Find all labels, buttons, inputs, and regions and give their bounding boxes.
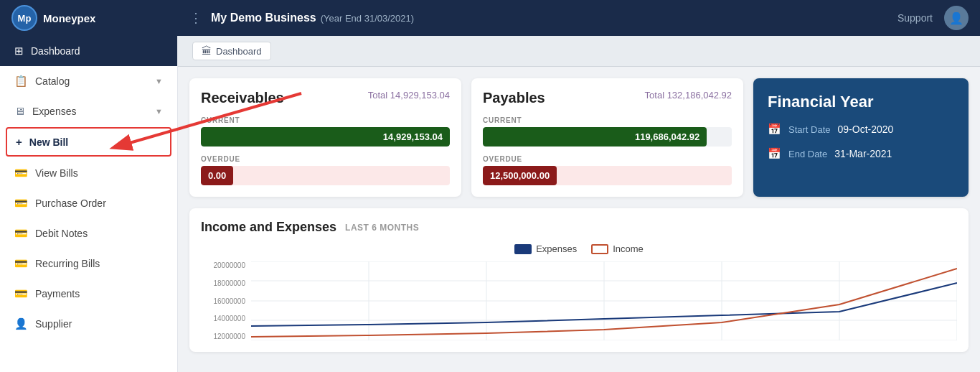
receivables-current-label: CURRENT bbox=[201, 116, 450, 124]
plus-icon: + bbox=[16, 136, 22, 148]
income-expenses-section: Income and Expenses LAST 6 MONTHS Expens… bbox=[189, 208, 969, 352]
payables-card: Payables Total 132,186,042.92 CURRENT 11… bbox=[471, 78, 743, 197]
main-layout: ⊞ Dashboard 📋 Catalog ▼ 🖥 Expenses ▼ + N… bbox=[0, 36, 980, 372]
income-header: Income and Expenses LAST 6 MONTHS bbox=[201, 220, 957, 235]
sidebar-label-supplier: Supplier bbox=[35, 318, 72, 330]
income-legend-label: Income bbox=[613, 243, 644, 254]
sidebar-item-debit-notes[interactable]: 💳 Debit Notes bbox=[0, 218, 177, 248]
sidebar-label-new-bill: New Bill bbox=[29, 136, 68, 148]
receivables-overdue-value: 0.00 bbox=[201, 166, 233, 185]
chevron-down-icon: ▼ bbox=[155, 77, 163, 85]
sidebar-item-catalog[interactable]: 📋 Catalog ▼ bbox=[0, 66, 177, 96]
chart-legend: Expenses Income bbox=[201, 243, 957, 254]
receivables-overdue-label: OVERDUE bbox=[201, 155, 450, 163]
sidebar-item-recurring-bills[interactable]: 💳 Recurring Bills bbox=[0, 248, 177, 279]
sidebar-item-new-bill[interactable]: + New Bill bbox=[6, 127, 171, 157]
expenses-legend-label: Expenses bbox=[536, 243, 577, 254]
support-link[interactable]: Support bbox=[897, 12, 933, 24]
sidebar-label-payments: Payments bbox=[35, 288, 80, 299]
payables-overdue-bar: 12,500,000.00 bbox=[483, 166, 732, 185]
payables-total: Total 132,186,042.92 bbox=[645, 90, 732, 101]
y-label-1: 20000000 bbox=[201, 261, 245, 269]
sidebar-label-recurring-bills: Recurring Bills bbox=[35, 258, 100, 269]
receivables-current-bar: 14,929,153.04 bbox=[201, 127, 450, 147]
debit-notes-icon: 💳 bbox=[14, 227, 28, 240]
logo-text: Moneypex bbox=[43, 12, 95, 24]
y-label-3: 16000000 bbox=[201, 297, 245, 305]
view-bills-icon: 💳 bbox=[14, 167, 28, 180]
receivables-total: Total 14,929,153.04 bbox=[368, 90, 450, 101]
financial-end-value: 31-Mar-2021 bbox=[834, 148, 892, 159]
sidebar-item-expenses[interactable]: 🖥 Expenses ▼ bbox=[0, 96, 177, 126]
receivables-title: Receivables bbox=[201, 90, 284, 106]
breadcrumb[interactable]: 🏛 Dashboard bbox=[192, 42, 271, 60]
financial-year-card: Financial Year 📅 Start Date 09-Oct-2020 … bbox=[753, 78, 969, 197]
sidebar-item-payments[interactable]: 💳 Payments bbox=[0, 279, 177, 309]
y-label-2: 18000000 bbox=[201, 279, 245, 287]
payments-icon: 💳 bbox=[14, 287, 28, 300]
chevron-down-expenses-icon: ▼ bbox=[155, 107, 163, 116]
income-title: Income and Expenses bbox=[201, 220, 336, 235]
payables-header: Payables Total 132,186,042.92 bbox=[483, 90, 732, 106]
dashboard-icon: ⊞ bbox=[14, 45, 24, 57]
top-header: Mp Moneypex ⋮ My Demo Business (Year End… bbox=[0, 0, 980, 36]
payables-current-label: CURRENT bbox=[483, 116, 732, 124]
user-avatar[interactable]: 👤 bbox=[944, 6, 969, 30]
financial-start-value: 09-Oct-2020 bbox=[838, 124, 894, 135]
receivables-overdue-bar: 0.00 bbox=[201, 166, 450, 185]
sidebar-item-purchase-order[interactable]: 💳 Purchase Order bbox=[0, 188, 177, 218]
breadcrumb-label: Dashboard bbox=[216, 46, 262, 57]
sidebar-item-supplier[interactable]: 👤 Supplier bbox=[0, 309, 177, 339]
financial-start-row: 📅 Start Date 09-Oct-2020 bbox=[768, 123, 954, 136]
income-legend-box bbox=[591, 244, 608, 254]
receivables-card: Receivables Total 14,929,153.04 CURRENT … bbox=[189, 78, 461, 197]
expenses-legend-box bbox=[514, 244, 532, 254]
sidebar-item-view-bills[interactable]: 💳 View Bills bbox=[0, 158, 177, 188]
catalog-icon: 📋 bbox=[14, 75, 28, 88]
logo-icon: Mp bbox=[11, 5, 37, 31]
breadcrumb-bar: 🏛 Dashboard bbox=[178, 36, 980, 67]
payables-current-bar: 119,686,042.92 bbox=[483, 127, 732, 147]
main-content: 🏛 Dashboard Receivables Total 14,929,153… bbox=[178, 36, 980, 372]
calendar-start-icon: 📅 bbox=[768, 123, 781, 136]
financial-year-title: Financial Year bbox=[768, 93, 954, 111]
chart-container: 20000000 18000000 16000000 14000000 1200… bbox=[201, 261, 957, 340]
financial-end-label: End Date bbox=[788, 149, 827, 159]
income-period: LAST 6 MONTHS bbox=[345, 223, 419, 233]
sidebar-label-dashboard: Dashboard bbox=[31, 45, 80, 57]
payables-title: Payables bbox=[483, 90, 545, 106]
legend-expenses: Expenses bbox=[514, 243, 577, 254]
supplier-icon: 👤 bbox=[14, 317, 28, 330]
header-right: Support 👤 bbox=[897, 6, 969, 30]
purchase-order-icon: 💳 bbox=[14, 197, 28, 210]
receivables-header: Receivables Total 14,929,153.04 bbox=[201, 90, 450, 106]
payables-overdue-value: 12,500,000.00 bbox=[483, 166, 557, 185]
business-name: My Demo Business bbox=[211, 11, 316, 24]
receivables-current-value: 14,929,153.04 bbox=[201, 127, 450, 147]
sidebar-item-dashboard[interactable]: ⊞ Dashboard bbox=[0, 36, 177, 66]
cards-row: Receivables Total 14,929,153.04 CURRENT … bbox=[189, 78, 969, 197]
financial-end-row: 📅 End Date 31-Mar-2021 bbox=[768, 147, 954, 160]
y-label-4: 14000000 bbox=[201, 315, 245, 322]
legend-income: Income bbox=[591, 243, 644, 254]
dashboard-content: Receivables Total 14,929,153.04 CURRENT … bbox=[178, 67, 980, 372]
sidebar-label-view-bills: View Bills bbox=[35, 167, 78, 179]
menu-dots[interactable]: ⋮ bbox=[189, 10, 202, 26]
breadcrumb-icon: 🏛 bbox=[202, 45, 212, 57]
calendar-end-icon: 📅 bbox=[768, 147, 781, 160]
line-chart bbox=[251, 261, 957, 340]
logo-area: Mp Moneypex bbox=[11, 5, 189, 31]
sidebar-label-purchase-order: Purchase Order bbox=[35, 197, 106, 209]
sidebar-label-debit-notes: Debit Notes bbox=[35, 228, 88, 239]
sidebar: ⊞ Dashboard 📋 Catalog ▼ 🖥 Expenses ▼ + N… bbox=[0, 36, 178, 372]
y-axis: 20000000 18000000 16000000 14000000 1200… bbox=[201, 261, 251, 340]
y-label-5: 12000000 bbox=[201, 333, 245, 340]
business-year: (Year End 31/03/2021) bbox=[321, 13, 414, 24]
financial-start-label: Start Date bbox=[788, 124, 831, 135]
expenses-icon: 🖥 bbox=[14, 105, 25, 117]
payables-overdue-label: OVERDUE bbox=[483, 155, 732, 163]
sidebar-label-catalog: Catalog bbox=[35, 75, 70, 87]
recurring-bills-icon: 💳 bbox=[14, 257, 28, 270]
payables-current-value: 119,686,042.92 bbox=[483, 127, 707, 147]
sidebar-label-expenses: Expenses bbox=[32, 106, 76, 117]
